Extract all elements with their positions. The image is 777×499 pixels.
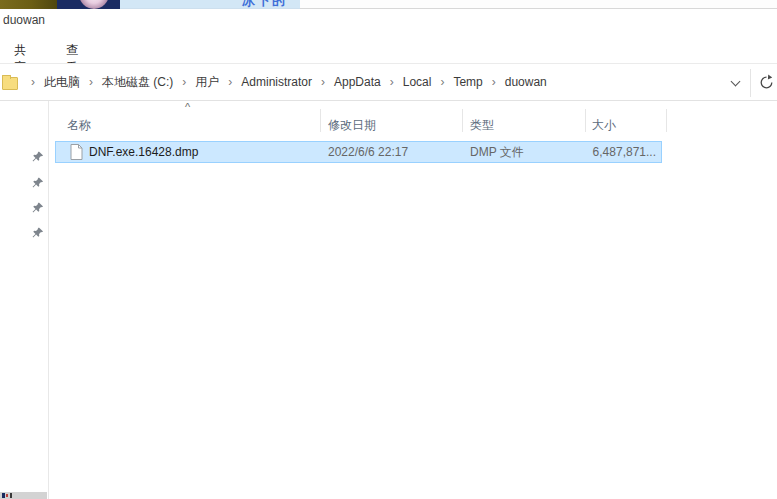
- pin-icon[interactable]: [32, 226, 44, 239]
- pin-icon[interactable]: [32, 201, 44, 214]
- file-size: 6,487,871...: [593, 142, 656, 162]
- file-icon: [70, 144, 83, 160]
- background-titlebar-fragment: [300, 0, 777, 9]
- pin-icon[interactable]: [32, 150, 44, 163]
- peek-username-text: 冰下的: [242, 0, 287, 9]
- column-header-name[interactable]: 名称: [67, 117, 91, 134]
- chevron-down-icon: [730, 77, 740, 87]
- peek-fragment: [10, 493, 12, 498]
- breadcrumb-administrator[interactable]: Administrator: [241, 75, 312, 89]
- file-list: ^ 名称 修改日期 类型 大小 DNF.exe.16428.dmp 2: [49, 101, 777, 499]
- breadcrumb-separator-icon: ›: [492, 75, 496, 89]
- breadcrumb-local[interactable]: Local: [403, 75, 432, 89]
- sort-ascending-icon: ^: [185, 101, 190, 113]
- column-headers: ^ 名称 修改日期 类型 大小: [49, 101, 777, 139]
- refresh-button[interactable]: [758, 74, 775, 91]
- file-name: DNF.exe.16428.dmp: [89, 142, 198, 162]
- background-window-peek: 冰下的 ✓: [0, 0, 777, 9]
- file-date-modified: 2022/6/6 22:17: [328, 142, 408, 162]
- peek-fragment: [2, 493, 5, 498]
- peek-fragment: [6, 494, 8, 497]
- breadcrumb-separator-icon: ›: [321, 75, 325, 89]
- file-row-selected[interactable]: DNF.exe.16428.dmp 2022/6/6 22:17 DMP 文件 …: [55, 141, 662, 163]
- address-bar: › 此电脑 › 本地磁盘 (C:) › 用户 › Administrator ›…: [0, 63, 777, 101]
- background-panel-light: 冰下的 ✓: [120, 0, 300, 9]
- pin-icon[interactable]: [32, 176, 44, 189]
- breadcrumb-temp[interactable]: Temp: [453, 75, 482, 89]
- breadcrumb-local-disk-c[interactable]: 本地磁盘 (C:): [102, 74, 173, 91]
- column-divider[interactable]: [462, 109, 463, 132]
- breadcrumb-this-pc[interactable]: 此电脑: [44, 74, 80, 91]
- breadcrumb-appdata[interactable]: AppData: [334, 75, 381, 89]
- breadcrumb-separator-icon: ›: [31, 75, 35, 89]
- column-header-size[interactable]: 大小: [592, 117, 616, 134]
- statusbar-peek: [0, 492, 47, 499]
- column-divider[interactable]: [585, 109, 586, 132]
- file-type: DMP 文件: [470, 142, 524, 162]
- breadcrumb-separator-icon: ›: [440, 75, 444, 89]
- column-header-date-modified[interactable]: 修改日期: [328, 117, 376, 134]
- explorer-window: 冰下的 ✓ duowan 共享 查看 › 此电脑 › 本地磁盘 (C:) › 用…: [0, 0, 777, 499]
- column-divider[interactable]: [320, 109, 321, 132]
- breadcrumb-separator-icon: ›: [182, 75, 186, 89]
- breadcrumb: › 此电脑 › 本地磁盘 (C:) › 用户 › Administrator ›…: [22, 64, 547, 100]
- column-header-type[interactable]: 类型: [470, 117, 494, 134]
- column-divider[interactable]: [666, 109, 667, 132]
- breadcrumb-users[interactable]: 用户: [195, 74, 219, 91]
- background-image-fragment: [0, 0, 57, 9]
- refresh-icon: [758, 74, 775, 91]
- breadcrumb-duowan[interactable]: duowan: [505, 75, 547, 89]
- breadcrumb-separator-icon: ›: [89, 75, 93, 89]
- address-bar-divider: [750, 69, 751, 97]
- breadcrumb-separator-icon: ›: [390, 75, 394, 89]
- window-title: duowan: [3, 13, 45, 27]
- main-content: ^ 名称 修改日期 类型 大小 DNF.exe.16428.dmp 2: [0, 101, 777, 499]
- folder-icon: [2, 77, 18, 90]
- breadcrumb-separator-icon: ›: [228, 75, 232, 89]
- navigation-pane: [0, 101, 49, 499]
- address-dropdown-button[interactable]: [729, 78, 741, 88]
